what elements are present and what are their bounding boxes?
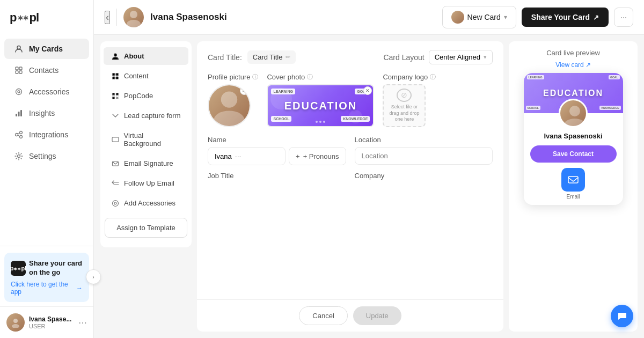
- cover-photo-info-icon[interactable]: ⓘ: [307, 73, 313, 81]
- back-button[interactable]: ‹: [105, 11, 110, 24]
- menu-item-popcode[interactable]: PopCode: [104, 87, 188, 105]
- preview-school-tag: SCHOOL: [526, 106, 540, 110]
- menu-item-content[interactable]: Content: [104, 67, 188, 85]
- svg-line-14: [18, 135, 20, 136]
- new-card-chevron-icon: ▾: [504, 13, 507, 21]
- menu-item-email-sig[interactable]: Email Signature: [104, 155, 188, 172]
- card-title-input[interactable]: Card Title ✏: [247, 50, 296, 64]
- menu-item-add-accessories[interactable]: Add Accessories: [104, 194, 188, 212]
- learning-tag: LEARNING: [271, 89, 295, 94]
- company-logo-placeholder: Select file or drag and drop one here: [387, 104, 421, 123]
- follow-up-icon: [111, 180, 120, 187]
- svg-point-39: [214, 111, 245, 128]
- svg-point-12: [20, 136, 23, 138]
- form-scroll-area[interactable]: Card Title: Card Title ✏ Card Layout Cen…: [197, 41, 503, 299]
- svg-rect-3: [16, 71, 18, 74]
- svg-point-38: [221, 91, 237, 107]
- sidebar-item-contacts[interactable]: Contacts: [4, 60, 89, 80]
- sidebar-item-insights[interactable]: Insights: [4, 103, 89, 123]
- sidebar-item-my-cards-label: My Cards: [29, 45, 63, 53]
- cover-photo-container[interactable]: LEARNING GOAL SCHOOL KNOWLEDGE EDUCATION: [267, 84, 374, 127]
- more-options-button[interactable]: ···: [614, 8, 633, 27]
- profile-pic-info-icon[interactable]: ⓘ: [252, 73, 258, 81]
- promo-app-link[interactable]: Click here to get the app →: [11, 281, 83, 296]
- svg-rect-29: [117, 94, 118, 94]
- sidebar-scroll-right-button[interactable]: ›: [86, 269, 101, 284]
- sidebar-user-avatar: [6, 313, 25, 332]
- cancel-button[interactable]: Cancel: [299, 306, 347, 325]
- sidebar-item-integrations-label: Integrations: [29, 130, 68, 139]
- menu-item-follow-up[interactable]: Follow Up Email: [104, 174, 188, 192]
- profile-pic-remove-button[interactable]: ✕: [240, 86, 248, 95]
- promo-logo-row: p∗∗pl Share your card on the go: [11, 259, 83, 277]
- profile-pic-section: Profile picture ⓘ ✕: [208, 73, 258, 127]
- sidebar-item-insights-label: Insights: [29, 109, 55, 117]
- main-content: ‹ Ivana Spasenoski New Card ▾ Share Your…: [94, 0, 644, 338]
- card-layout-select[interactable]: Center Aligned ▾: [429, 50, 493, 64]
- sidebar-item-my-cards[interactable]: My Cards: [4, 39, 89, 59]
- menu-item-virtual-bg[interactable]: Virtual Background: [104, 127, 188, 152]
- svg-rect-21: [113, 73, 115, 76]
- svg-point-36: [113, 200, 119, 206]
- sidebar-item-integrations[interactable]: Integrations: [4, 124, 89, 145]
- svg-point-18: [130, 11, 137, 18]
- header-avatar-image: [123, 7, 144, 27]
- menu-item-about[interactable]: About: [104, 47, 188, 65]
- company-logo-info-icon[interactable]: ⓘ: [430, 73, 436, 81]
- svg-line-13: [18, 133, 20, 134]
- assign-to-template-button[interactable]: Assign to Template: [105, 218, 187, 238]
- cover-photo-text: EDUCATION: [284, 100, 357, 112]
- svg-point-17: [12, 324, 19, 328]
- svg-point-20: [114, 54, 117, 56]
- email-sig-label: Email Signature: [124, 159, 173, 167]
- popcode-label: PopCode: [124, 92, 153, 100]
- svg-point-16: [13, 319, 18, 323]
- plus-icon: +: [296, 152, 300, 160]
- preview-email-icon[interactable]: [561, 168, 585, 192]
- name-input-row: Ivana ··· + + Pronouns: [208, 147, 346, 165]
- share-your-card-button[interactable]: Share Your Card ↗: [522, 8, 609, 27]
- view-card-link[interactable]: View card ↗: [555, 61, 590, 69]
- name-input[interactable]: Ivana ···: [208, 147, 286, 165]
- svg-rect-42: [568, 177, 578, 183]
- company-logo-dropzone[interactable]: ⊘ Select file or drag and drop one here: [383, 84, 426, 127]
- svg-rect-7: [16, 114, 17, 116]
- sidebar-promo: p∗∗pl Share your card on the go Click he…: [4, 253, 89, 302]
- menu-item-lead-capture[interactable]: Lead capture form: [104, 107, 188, 124]
- sidebar-item-accessories-label: Accessories: [29, 87, 69, 96]
- update-button[interactable]: Update: [353, 306, 401, 325]
- card-layout-section: Card Layout Center Aligned ▾: [383, 50, 493, 64]
- virtual-bg-icon: [111, 136, 120, 143]
- sidebar-user-more-button[interactable]: ⋯: [78, 318, 87, 328]
- sidebar-item-settings[interactable]: Settings: [4, 146, 89, 166]
- layout-chevron-icon: ▾: [484, 54, 487, 61]
- accessories-icon: [14, 87, 24, 97]
- location-input[interactable]: [355, 147, 493, 165]
- add-accessories-icon: [111, 200, 120, 207]
- svg-point-41: [564, 119, 586, 129]
- chevron-left-icon: ‹: [106, 12, 109, 23]
- company-logo-section: Company logo ⓘ ⊘ Select file or drag and…: [383, 73, 436, 127]
- svg-point-6: [18, 91, 20, 93]
- name-dots-icon: ···: [235, 152, 241, 160]
- sidebar-item-accessories[interactable]: Accessories: [4, 82, 89, 102]
- preview-icons-row: Email: [530, 168, 617, 200]
- pronouns-button[interactable]: + + Pronouns: [289, 147, 346, 165]
- my-cards-icon: [14, 44, 24, 54]
- cover-photo-label: Cover photo ⓘ: [267, 73, 374, 81]
- new-card-avatar: [451, 11, 464, 24]
- sidebar-item-settings-label: Settings: [29, 152, 56, 160]
- header-divider: [116, 9, 117, 26]
- chat-bubble-button[interactable]: [611, 305, 633, 327]
- header-user-name: Ivana Spasenoski: [150, 12, 436, 23]
- preview-profile-pic: [559, 99, 588, 128]
- profile-pic-container[interactable]: ✕: [208, 84, 251, 127]
- svg-point-40: [569, 106, 580, 116]
- new-card-button[interactable]: New Card ▾: [442, 6, 516, 28]
- company-group: Company: [355, 172, 493, 180]
- integrations-icon: [14, 130, 24, 139]
- preview-save-contact-button[interactable]: Save Contact: [530, 145, 617, 163]
- svg-point-15: [18, 155, 20, 158]
- profile-pic-label: Profile picture ⓘ: [208, 73, 258, 81]
- svg-rect-1: [16, 67, 18, 70]
